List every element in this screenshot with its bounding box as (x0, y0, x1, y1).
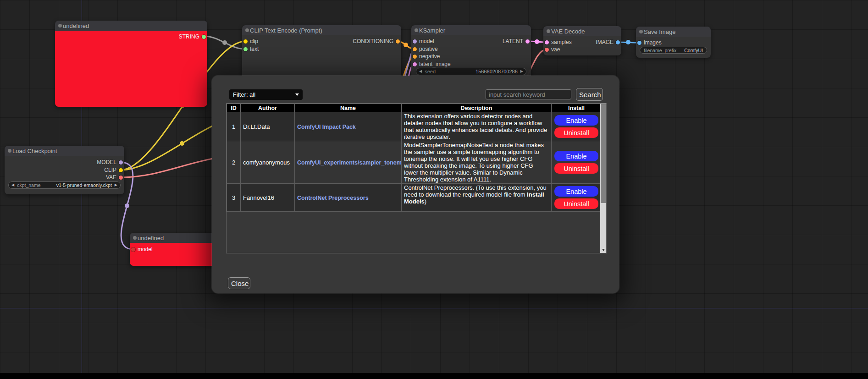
node-header[interactable]: VAE Decode (543, 26, 621, 36)
description-text: ControlNet Preprocessors. (To use this e… (404, 184, 547, 198)
input-pin-model[interactable] (131, 247, 135, 252)
output-label-latent: LATENT (503, 38, 523, 44)
node-title: VAE Decode (551, 28, 585, 35)
extension-table: ID Author Name Description Install 1 Dr.… (227, 104, 602, 212)
input-label-positive: positive (419, 46, 438, 52)
output-label-string: STRING (179, 33, 199, 40)
node-header[interactable]: Load Checkpoint (5, 146, 124, 156)
filter-dropdown[interactable]: Filter: all (229, 89, 303, 100)
cell-install: Enable Uninstall (552, 184, 602, 212)
output-pin-image[interactable] (616, 40, 620, 44)
node-status-dot[interactable] (639, 30, 643, 33)
uninstall-button[interactable]: Uninstall (554, 127, 598, 138)
output-pin-clip[interactable] (119, 168, 123, 172)
node-undefined-top[interactable]: undefined STRING (55, 21, 207, 107)
input-label-images: images (644, 39, 662, 46)
node-header[interactable]: Save Image (636, 27, 711, 37)
node-save-image[interactable]: Save Image images filename_prefix ComfyU… (636, 27, 711, 58)
cell-description: ControlNet Preprocessors. (To use this e… (402, 184, 552, 212)
scrollbar[interactable] (600, 104, 606, 253)
output-pin-vae[interactable] (119, 176, 123, 180)
search-input[interactable] (486, 89, 571, 99)
node-status-dot[interactable] (245, 28, 249, 32)
node-load-checkpoint[interactable]: Load Checkpoint MODEL CLIP VAE ◀ ckpt_na… (5, 146, 124, 194)
decrement-arrow-icon[interactable]: ◀ (419, 70, 422, 73)
extension-link[interactable]: ComfyUI Impact Pack (297, 124, 356, 130)
node-title: undefined (138, 235, 164, 242)
header-author: Author (241, 104, 295, 112)
output-pin-model[interactable] (119, 160, 123, 165)
input-pin-images[interactable] (637, 41, 641, 45)
cell-author: Fannovel16 (241, 184, 295, 212)
table-row: 3 Fannovel16 ControlNet Preprocessors Co… (227, 184, 602, 212)
widget-label: filename_prefix (644, 48, 676, 53)
widget-label: seed (425, 69, 436, 74)
output-label-conditioning: CONDITIONING (353, 38, 393, 44)
output-label-clip: CLIP (104, 167, 116, 173)
table-row: 2 comfyanonymous ComfyUI_experiments/sam… (227, 141, 602, 184)
extension-table-container: ID Author Name Description Install 1 Dr.… (226, 103, 607, 253)
search-button[interactable]: Search (576, 88, 603, 101)
cell-author: comfyanonymous (241, 141, 295, 184)
node-title: undefined (63, 22, 89, 29)
cell-author: Dr.Lt.Data (241, 112, 295, 141)
cell-description: This extension offers various detector n… (402, 112, 552, 141)
widget-value: 156680208700286 (475, 69, 518, 74)
increment-arrow-icon[interactable]: ▶ (520, 70, 523, 73)
uninstall-button[interactable]: Uninstall (554, 198, 598, 209)
node-status-dot[interactable] (133, 236, 137, 240)
cell-install: Enable Uninstall (552, 112, 602, 141)
node-header[interactable]: undefined (55, 21, 207, 31)
node-title: KSampler (419, 27, 445, 34)
description-text: This extension offers various detector n… (404, 113, 547, 140)
increment-arrow-icon[interactable]: ▶ (115, 183, 117, 187)
cell-id: 3 (227, 184, 241, 212)
widget-value: v1-5-pruned-emaonly.ckpt (56, 182, 112, 188)
chevron-down-icon (295, 93, 299, 96)
node-status-dot[interactable] (58, 24, 62, 27)
filter-dropdown-label: Filter: all (233, 91, 255, 98)
scrollbar-down-arrow[interactable] (600, 247, 606, 253)
output-pin-string[interactable] (202, 35, 206, 39)
close-button[interactable]: Close (228, 277, 250, 289)
enable-button[interactable]: Enable (554, 151, 598, 161)
output-pin-latent[interactable] (525, 39, 530, 44)
node-title: Save Image (644, 28, 675, 35)
input-label-vae: vae (551, 46, 560, 53)
enable-button[interactable]: Enable (554, 115, 598, 126)
filename-prefix-widget[interactable]: filename_prefix ComfyUI (640, 47, 707, 54)
extension-link[interactable]: ComfyUI_experiments/sampler_tonemap (297, 159, 402, 166)
description-text: ModelSamplerTonemapNoiseTest a node that… (404, 142, 544, 183)
output-label-image: IMAGE (596, 39, 614, 45)
input-pin-vae[interactable] (545, 48, 549, 52)
input-pin-negative[interactable] (413, 55, 417, 59)
output-pin-conditioning[interactable] (396, 39, 400, 44)
cell-description: ModelSamplerTonemapNoiseTest a node that… (402, 141, 552, 184)
node-header[interactable]: CLIP Text Encode (Prompt) (242, 25, 401, 35)
node-status-dot[interactable] (8, 149, 11, 153)
input-label-text: text (250, 46, 259, 52)
header-description: Description (402, 104, 552, 112)
node-status-dot[interactable] (415, 28, 418, 32)
header-install: Install (552, 104, 602, 112)
node-title: Load Checkpoint (12, 148, 57, 154)
node-status-dot[interactable] (547, 29, 550, 33)
seed-widget[interactable]: ◀ seed 156680208700286 ▶ (416, 68, 526, 75)
input-pin-text[interactable] (243, 47, 248, 51)
input-label-negative: negative (419, 53, 440, 60)
output-label-vae: VAE (106, 174, 116, 181)
node-vae-decode[interactable]: VAE Decode samples vae IMAGE (543, 26, 621, 55)
enable-button[interactable]: Enable (554, 186, 598, 197)
input-pin-positive[interactable] (413, 47, 417, 51)
decrement-arrow-icon[interactable]: ◀ (11, 183, 14, 187)
ckpt-name-widget[interactable]: ◀ ckpt_name v1-5-pruned-emaonly.ckpt ▶ (8, 181, 121, 189)
scrollbar-thumb[interactable] (601, 104, 606, 203)
uninstall-button[interactable]: Uninstall (554, 163, 598, 174)
input-pin-latent-image[interactable] (413, 62, 417, 66)
widget-label: ckpt_name (17, 182, 40, 188)
node-header[interactable]: KSampler (411, 25, 531, 35)
app-window: undefined STRING CLIP Text Encode (Promp… (0, 0, 868, 379)
input-label-model: model (138, 246, 153, 253)
extension-link[interactable]: ControlNet Preprocessors (297, 195, 369, 201)
header-name: Name (295, 104, 402, 112)
